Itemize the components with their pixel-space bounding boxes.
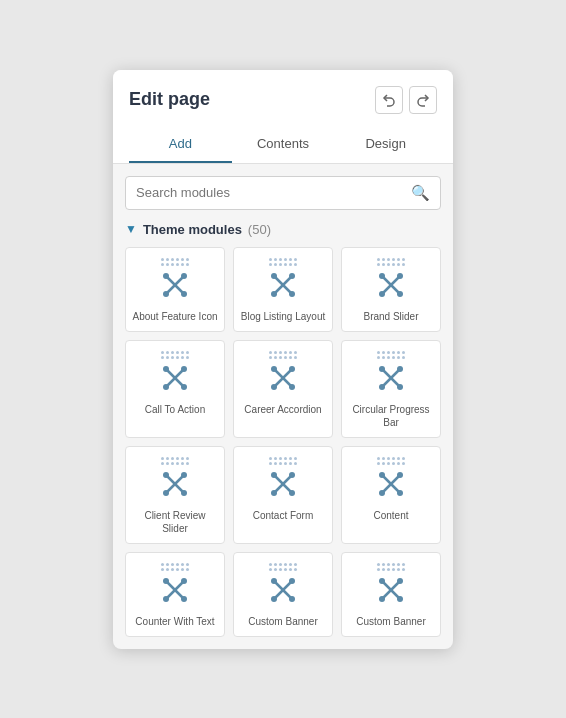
module-card[interactable]: Content [341,446,441,544]
svg-point-39 [181,472,187,478]
module-wrench-icon [378,272,404,304]
svg-point-22 [163,384,169,390]
section-count: (50) [248,222,271,237]
module-wrench-icon [378,365,404,397]
svg-point-26 [271,366,277,372]
svg-point-69 [397,578,403,584]
redo-button[interactable] [409,86,437,114]
svg-point-57 [181,578,187,584]
module-wrench-icon [162,577,188,609]
module-name-label: Counter With Text [135,615,214,628]
svg-point-46 [271,490,277,496]
svg-point-29 [289,384,295,390]
search-input[interactable] [136,185,411,200]
undo-button[interactable] [375,86,403,114]
svg-point-5 [181,291,187,297]
svg-point-9 [289,273,295,279]
svg-point-28 [271,384,277,390]
modules-grid: About Feature Icon Blog Listing Layout B… [125,247,441,637]
module-name-label: Client Review Slider [132,509,218,535]
svg-point-14 [379,273,385,279]
module-card[interactable]: Brand Slider [341,247,441,332]
module-card[interactable]: Custom Banner [341,552,441,637]
svg-point-64 [271,596,277,602]
svg-point-56 [163,578,169,584]
title-row: Edit page [129,86,437,114]
svg-point-27 [289,366,295,372]
svg-point-35 [397,384,403,390]
section-title: Theme modules [143,222,242,237]
svg-point-45 [289,472,295,478]
svg-point-44 [271,472,277,478]
module-wrench-icon [270,471,296,503]
svg-point-68 [379,578,385,584]
svg-point-33 [397,366,403,372]
svg-point-11 [289,291,295,297]
module-drag-handle [377,563,405,571]
module-card[interactable]: Custom Banner [233,552,333,637]
svg-point-4 [163,291,169,297]
panel-title: Edit page [129,89,210,110]
svg-point-10 [271,291,277,297]
module-card[interactable]: About Feature Icon [125,247,225,332]
svg-point-62 [271,578,277,584]
svg-point-32 [379,366,385,372]
module-card[interactable]: Counter With Text [125,552,225,637]
panel-body: 🔍 ▼ Theme modules (50) About Feature Ico… [113,164,453,649]
svg-point-15 [397,273,403,279]
tab-add[interactable]: Add [129,126,232,163]
module-drag-handle [269,457,297,465]
search-bar[interactable]: 🔍 [125,176,441,210]
svg-point-50 [379,472,385,478]
module-card[interactable]: Circular Progress Bar [341,340,441,438]
svg-point-3 [181,273,187,279]
module-drag-handle [161,258,189,266]
svg-point-51 [397,472,403,478]
svg-point-16 [379,291,385,297]
svg-point-70 [379,596,385,602]
chevron-down-icon[interactable]: ▼ [125,222,137,236]
svg-point-71 [397,596,403,602]
module-name-label: About Feature Icon [132,310,217,323]
svg-point-65 [289,596,295,602]
module-wrench-icon [270,272,296,304]
module-name-label: Blog Listing Layout [241,310,326,323]
svg-point-52 [379,490,385,496]
module-drag-handle [377,457,405,465]
module-card[interactable]: Call To Action [125,340,225,438]
module-name-label: Brand Slider [363,310,418,323]
svg-point-8 [271,273,277,279]
section-header: ▼ Theme modules (50) [125,222,441,237]
svg-point-20 [163,366,169,372]
svg-point-59 [181,596,187,602]
module-card[interactable]: Contact Form [233,446,333,544]
module-wrench-icon [162,272,188,304]
module-name-label: Custom Banner [248,615,317,628]
svg-point-63 [289,578,295,584]
module-wrench-icon [270,577,296,609]
module-wrench-icon [378,471,404,503]
module-card[interactable]: Career Accordion [233,340,333,438]
tab-contents[interactable]: Contents [232,126,335,163]
module-drag-handle [377,258,405,266]
module-drag-handle [161,351,189,359]
module-card[interactable]: Blog Listing Layout [233,247,333,332]
svg-point-38 [163,472,169,478]
module-wrench-icon [162,471,188,503]
module-drag-handle [269,351,297,359]
module-drag-handle [161,563,189,571]
svg-point-21 [181,366,187,372]
module-name-label: Custom Banner [356,615,425,628]
module-drag-handle [161,457,189,465]
module-card[interactable]: Client Review Slider [125,446,225,544]
module-drag-handle [269,563,297,571]
tab-design[interactable]: Design [334,126,437,163]
module-name-label: Contact Form [253,509,314,522]
svg-point-34 [379,384,385,390]
svg-point-53 [397,490,403,496]
module-name-label: Content [373,509,408,522]
header-actions [375,86,437,114]
svg-point-23 [181,384,187,390]
svg-point-58 [163,596,169,602]
svg-point-2 [163,273,169,279]
